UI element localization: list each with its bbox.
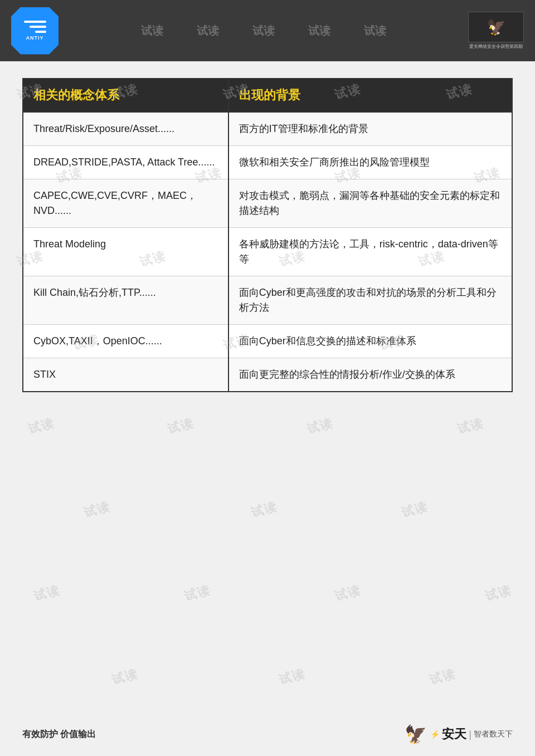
footer-antiy-logo: 🦅 ⚡ 安天 | 智者数天下 [405,724,513,745]
watermark-item: 试读 [277,665,307,688]
table-cell-background: 对攻击模式，脆弱点，漏洞等各种基础的安全元素的标定和描述结构 [228,179,512,228]
header-watermarks: 试读 试读 试读 试读 试读 [59,23,468,38]
table-cell-background: 微软和相关安全厂商所推出的风险管理模型 [228,146,512,179]
right-logo-subtitle: 爱关网络安全令训营第四期 [469,43,523,50]
eagle-icon: 🦅 [487,18,506,36]
col2-header: 出现的背景 [228,79,512,112]
watermark-item: 试读 [182,582,212,604]
table-cell-concept: DREAD,STRIDE,PASTA, Attack Tree...... [23,146,228,179]
watermark-item: 试读 [32,582,62,604]
right-logo-box: 🦅 [468,12,524,42]
watermark-item: 试读 [333,582,363,604]
footer-brand-sub: 智者数天下 [474,729,513,739]
watermark-item: 试读 [400,498,430,521]
watermark-item: 试读 [110,665,140,688]
watermark-item: 试读 [26,414,56,437]
watermark-item: 试读 [249,498,279,521]
table-cell-concept: STIX [23,358,228,392]
table-cell-background: 各种威胁建模的方法论，工具，risk-centric，data-driven等等 [228,228,512,276]
table-row: CAPEC,CWE,CVE,CVRF，MAEC，NVD......对攻击模式，脆… [23,179,512,228]
table-row: Threat/Risk/Exposure/Asset......西方的IT管理和… [23,112,512,146]
table-row: DREAD,STRIDE,PASTA, Attack Tree......微软和… [23,146,512,179]
footer-logo-area: 🦅 ⚡ 安天 | 智者数天下 [405,724,513,745]
header-wm-4: 试读 [308,23,330,38]
col1-header: 相关的概念体系 [23,79,228,112]
footer-brand-main: 安天 [442,726,466,743]
footer-bird-icon: 🦅 [405,724,427,745]
table-cell-concept: Threat/Risk/Exposure/Asset...... [23,112,228,146]
watermark-item: 试读 [166,414,196,437]
watermark-item: 试读 [455,414,485,437]
right-logo: 🦅 爱关网络安全令训营第四期 [468,12,524,50]
footer: 有效防护 价值输出 🦅 ⚡ 安天 | 智者数天下 [0,724,535,745]
table-row: Kill Chain,钻石分析,TTP......面向Cyber和更高强度的攻击… [23,276,512,325]
footer-brand: ⚡ 安天 | 智者数天下 [430,726,513,743]
header-wm-3: 试读 [252,23,275,38]
table-cell-background: 西方的IT管理和标准化的背景 [228,112,512,146]
table-cell-concept: Kill Chain,钻石分析,TTP...... [23,276,228,325]
watermark-item: 试读 [427,665,458,688]
table-cell-background: 面向Cyber和更高强度的攻击和对抗的场景的分析工具和分析方法 [228,276,512,325]
table-row: STIX面向更完整的综合性的情报分析/作业/交换的体系 [23,358,512,392]
logo-label: ANTIY [26,35,44,41]
table-cell-concept: CAPEC,CWE,CVE,CVRF，MAEC，NVD...... [23,179,228,228]
watermark-item: 试读 [305,414,335,437]
stripe-1 [24,21,46,23]
antiy-logo: ANTIY [11,7,59,55]
header-wm-2: 试读 [197,23,219,38]
stripe-2 [30,26,46,28]
logo-stripes [24,21,46,33]
main-content: 相关的概念体系 出现的背景 Threat/Risk/Exposure/Asset… [0,61,535,403]
table-cell-concept: Threat Modeling [23,228,228,276]
header-bar: ANTIY 试读 试读 试读 试读 试读 🦅 爱关网络安全令训营第四期 [0,0,535,61]
table-cell-concept: CybOX,TAXII，OpenIOC...... [23,325,228,358]
stripe-3 [35,31,46,33]
table-cell-background: 面向Cyber和信息交换的描述和标准体系 [228,325,512,358]
concept-table: 相关的概念体系 出现的背景 Threat/Risk/Exposure/Asset… [22,78,513,392]
footer-slogan: 有效防护 价值输出 [22,729,96,740]
header-wm-5: 试读 [364,23,386,38]
table-row: CybOX,TAXII，OpenIOC......面向Cyber和信息交换的描述… [23,325,512,358]
table-row: Threat Modeling各种威胁建模的方法论，工具，risk-centri… [23,228,512,276]
table-cell-background: 面向更完整的综合性的情报分析/作业/交换的体系 [228,358,512,392]
watermark-item: 试读 [483,582,513,604]
header-wm-1: 试读 [141,23,163,38]
watermark-item: 试读 [82,498,112,521]
